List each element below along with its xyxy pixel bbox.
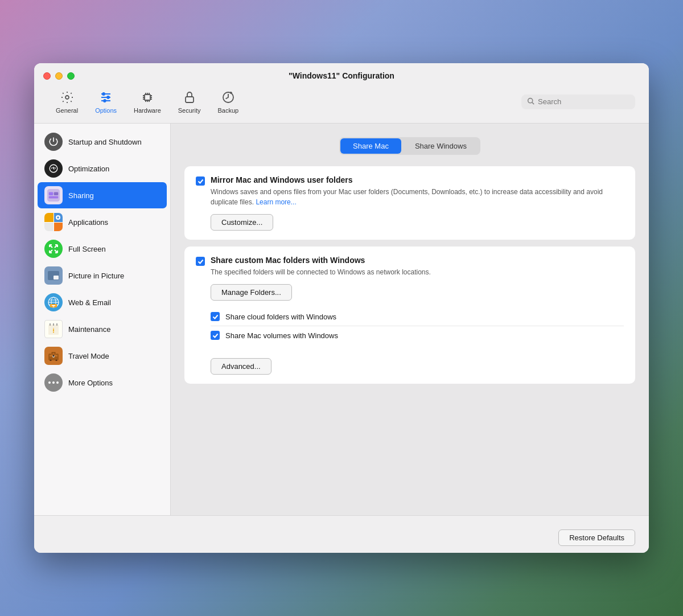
sidebar-item-label-maintenance: Maintenance	[68, 325, 110, 334]
restore-defaults-button[interactable]: Restore Defaults	[558, 529, 635, 546]
svg-rect-14	[49, 192, 54, 196]
main-content: Startup and Shutdown Optimization	[34, 124, 649, 515]
svg-rect-13	[47, 189, 60, 202]
cloud-checkbox[interactable]	[211, 312, 220, 321]
sidebar-item-pip[interactable]: Picture in Picture	[38, 262, 167, 289]
tab-switcher: Share Mac Share Windows	[184, 137, 635, 155]
dots-icon	[44, 373, 63, 392]
sharing-icon	[44, 186, 63, 204]
sidebar-item-optimization[interactable]: Optimization	[38, 155, 167, 182]
minimize-button[interactable]	[55, 72, 63, 80]
svg-point-0	[65, 96, 69, 99]
close-button[interactable]	[43, 72, 51, 80]
search-box[interactable]	[521, 95, 635, 109]
toolbar-label-options: Options	[95, 107, 117, 114]
mirror-title: Mirror Mac and Windows user folders	[211, 175, 624, 184]
svg-line-11	[532, 102, 534, 104]
svg-point-39	[48, 381, 51, 384]
volumes-checkbox[interactable]	[211, 331, 220, 340]
toolbar-item-general[interactable]: General	[48, 86, 86, 117]
advanced-button[interactable]: Advanced...	[211, 358, 271, 375]
svg-point-40	[52, 381, 55, 384]
spacer	[184, 391, 635, 502]
svg-point-10	[528, 98, 533, 102]
custom-folders-row: Share custom Mac folders with Windows Th…	[196, 256, 624, 301]
sidebar-item-label-more: More Options	[68, 379, 113, 387]
sidebar-item-label-optimization: Optimization	[68, 165, 109, 173]
tab-group: Share Mac Share Windows	[339, 137, 480, 155]
sidebar-item-label-web: Web & Email	[68, 298, 111, 307]
volumes-label: Share Mac volumes with Windows	[225, 331, 338, 340]
sidebar-item-travel[interactable]: Travel Mode	[38, 343, 167, 369]
travel-icon	[44, 347, 63, 365]
sidebar-item-label-sharing: Sharing	[68, 191, 94, 200]
sidebar-item-startup[interactable]: Startup and Shutdown	[38, 129, 167, 155]
sidebar-item-more[interactable]: More Options	[38, 369, 167, 396]
svg-point-38	[53, 355, 55, 357]
sidebar-item-applications[interactable]: Applications	[38, 209, 167, 235]
bottom-bar: Restore Defaults	[34, 515, 649, 553]
maintenance-icon	[44, 320, 63, 338]
fullscreen-icon	[44, 240, 63, 258]
search-input[interactable]	[538, 97, 629, 106]
option-mirror-folders: Mirror Mac and Windows user folders Wind…	[184, 166, 635, 240]
mirror-text: Mirror Mac and Windows user folders Wind…	[211, 175, 624, 231]
sidebar-item-label-fullscreen: Full Screen	[68, 245, 106, 253]
apps-icon	[44, 213, 63, 231]
backup-icon	[220, 89, 236, 105]
sidebar-item-sharing[interactable]: Sharing	[38, 182, 167, 208]
svg-point-41	[56, 381, 59, 384]
pip-icon	[44, 266, 63, 285]
learn-more-link[interactable]: Learn more...	[256, 198, 296, 206]
advanced-wrap: Advanced...	[196, 351, 624, 375]
tab-share-mac[interactable]: Share Mac	[340, 138, 401, 154]
custom-folders-title: Share custom Mac folders with Windows	[211, 256, 624, 265]
tab-share-windows[interactable]: Share Windows	[402, 138, 479, 154]
custom-folders-checkbox[interactable]	[196, 257, 205, 266]
volumes-option: Share Mac volumes with Windows	[211, 326, 624, 344]
svg-rect-15	[54, 192, 59, 196]
sidebar-item-label-travel: Travel Mode	[68, 352, 109, 360]
custom-checkbox-wrap	[196, 257, 205, 266]
sidebar-item-fullscreen[interactable]: Full Screen	[38, 236, 167, 262]
cloud-label: Share cloud folders with Windows	[225, 313, 336, 321]
sidebar: Startup and Shutdown Optimization	[34, 124, 171, 515]
titlebar: "Windows11" Configuration General	[34, 63, 649, 124]
chip-icon	[139, 89, 155, 105]
svg-rect-7	[145, 95, 150, 100]
toolbar-label-security: Security	[178, 107, 201, 114]
toolbar-item-backup[interactable]: Backup	[210, 86, 247, 117]
manage-folders-button[interactable]: Manage Folders...	[211, 284, 292, 301]
toolbar-item-hardware[interactable]: Hardware	[126, 86, 169, 117]
svg-point-6	[104, 100, 106, 102]
mirror-checkbox[interactable]	[196, 176, 205, 186]
custom-folders-text: Share custom Mac folders with Windows Th…	[211, 256, 624, 301]
sliders-icon	[98, 89, 114, 105]
toolbar-label-backup: Backup	[218, 107, 239, 114]
svg-rect-36	[52, 353, 55, 354]
svg-point-4	[102, 93, 105, 95]
maximize-button[interactable]	[67, 72, 75, 80]
sidebar-item-label-startup: Startup and Shutdown	[68, 138, 142, 146]
toolbar-icons: General Options	[48, 86, 521, 117]
sidebar-item-label-applications: Applications	[68, 218, 108, 227]
gear-icon	[59, 89, 75, 105]
globe-icon	[44, 293, 63, 311]
customize-button[interactable]: Customize...	[211, 214, 273, 231]
svg-rect-19	[54, 276, 59, 280]
mirror-checkbox-wrap	[196, 176, 205, 186]
mirror-desc: Windows saves and opens files from your …	[211, 187, 624, 207]
search-icon	[527, 97, 534, 106]
svg-rect-16	[49, 196, 59, 198]
right-panel: Share Mac Share Windows Mirror M	[171, 124, 649, 515]
sidebar-item-label-pip: Picture in Picture	[68, 272, 124, 280]
svg-rect-8	[186, 97, 194, 102]
sidebar-item-web[interactable]: Web & Email	[38, 289, 167, 315]
toolbar: General Options	[43, 86, 640, 117]
toolbar-item-security[interactable]: Security	[170, 86, 209, 117]
sidebar-item-maintenance[interactable]: Maintenance	[38, 316, 167, 342]
toolbar-label-general: General	[56, 107, 78, 114]
toolbar-item-options[interactable]: Options	[87, 86, 125, 117]
sub-options: Share cloud folders with Windows Share M…	[196, 307, 624, 344]
svg-point-5	[107, 96, 109, 98]
